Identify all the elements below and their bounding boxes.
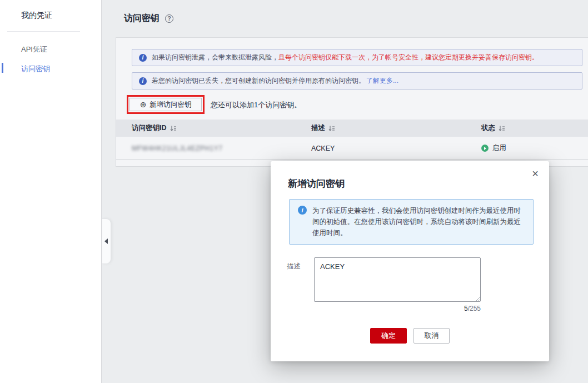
learn-more-link[interactable]: 了解更多... xyxy=(366,77,398,84)
table-header: 访问密钥ID 描述 状态 xyxy=(116,120,588,137)
char-counter: 5/255 xyxy=(314,305,481,312)
sidebar-item-access-keys[interactable]: 访问密钥 xyxy=(21,64,50,74)
sidebar-selection-bar xyxy=(2,63,3,73)
banner-text: 如果访问密钥泄露，会带来数据泄露风险，且每个访问密钥仅能下载一次，为了帐号安全性… xyxy=(152,53,539,62)
add-button-label: 新增访问密钥 xyxy=(150,100,191,110)
status-label: 启用 xyxy=(492,143,506,153)
security-warning-banner: 如果访问密钥泄露，会带来数据泄露风险，且每个访问密钥仅能下载一次，为了帐号安全性… xyxy=(132,49,582,66)
lost-key-banner: 若您的访问密钥已丢失，您可创建新的访问密钥并停用原有的访问密钥。了解更多... xyxy=(132,72,582,89)
column-header-status[interactable]: 状态 xyxy=(481,120,505,137)
info-icon xyxy=(139,77,147,85)
confirm-button[interactable]: 确定 xyxy=(370,328,407,344)
help-icon[interactable]: ? xyxy=(165,14,173,23)
sidebar-collapse-handle[interactable] xyxy=(102,218,111,264)
char-count-max: /255 xyxy=(468,305,481,312)
cancel-button[interactable]: 取消 xyxy=(413,328,450,344)
column-header-description[interactable]: 描述 xyxy=(311,120,335,137)
description-field-wrap xyxy=(314,257,481,302)
add-access-key-button[interactable]: ⊕ 新增访问密钥 xyxy=(129,98,202,111)
add-access-key-dialog: × 新增访问密钥 为了保证历史兼容性，我们会使用访问密钥创建时间作为最近使用时间… xyxy=(271,161,549,361)
info-icon xyxy=(298,206,307,215)
column-header-access-key-id[interactable]: 访问密钥ID xyxy=(132,120,177,137)
page-header: 访问密钥 ? xyxy=(124,13,173,24)
banner-danger-text: 且每个访问密钥仅能下载一次，为了帐号安全性，建议您定期更换并妥善保存访问密钥。 xyxy=(278,53,539,61)
dialog-info-box: 为了保证历史兼容性，我们会使用访问密钥创建时间作为最近使用时间的初始值。在您使用… xyxy=(289,199,534,245)
sidebar-divider xyxy=(7,31,80,32)
char-count-current: 5 xyxy=(464,305,468,312)
collapse-left-arrow-icon xyxy=(104,238,108,244)
sidebar-item-api-credentials[interactable]: API凭证 xyxy=(21,44,47,54)
sort-icon[interactable] xyxy=(170,125,177,132)
info-icon xyxy=(139,54,147,62)
sort-icon[interactable] xyxy=(499,125,505,132)
sidebar: 我的凭证 API凭证 访问密钥 xyxy=(0,0,102,383)
quota-hint: 您还可以添加1个访问密钥。 xyxy=(211,100,301,110)
annotation-highlight-box: ⊕ 新增访问密钥 xyxy=(127,95,205,114)
page-title: 访问密钥 xyxy=(124,13,160,24)
access-key-id-cell: MFW4HK21ULJL4EZPH1Y7 xyxy=(132,137,222,160)
sort-icon[interactable] xyxy=(328,125,335,132)
dialog-title: 新增访问密钥 xyxy=(288,177,345,190)
redacted-access-key-id: MFW4HK21ULJL4EZPH1Y7 xyxy=(132,145,222,152)
description-textarea[interactable] xyxy=(314,257,481,302)
status-enabled-icon xyxy=(481,145,489,152)
description-label: 描述 xyxy=(287,262,301,271)
status-cell: 启用 xyxy=(481,137,506,160)
close-icon[interactable]: × xyxy=(532,168,539,179)
banner-text: 若您的访问密钥已丢失，您可创建新的访问密钥并停用原有的访问密钥。了解更多... xyxy=(152,76,398,86)
table-row: MFW4HK21ULJL4EZPH1Y7 ACKEY 启用 xyxy=(116,137,588,160)
content-card: 如果访问密钥泄露，会带来数据泄露风险，且每个访问密钥仅能下载一次，为了帐号安全性… xyxy=(116,37,588,167)
dialog-footer: 确定 取消 xyxy=(271,328,549,344)
description-cell: ACKEY xyxy=(311,137,335,160)
add-circle-icon: ⊕ xyxy=(140,101,147,108)
dialog-info-text: 为了保证历史兼容性，我们会使用访问密钥创建时间作为最近使用时间的初始值。在您使用… xyxy=(312,207,521,237)
sidebar-title: 我的凭证 xyxy=(21,11,52,21)
